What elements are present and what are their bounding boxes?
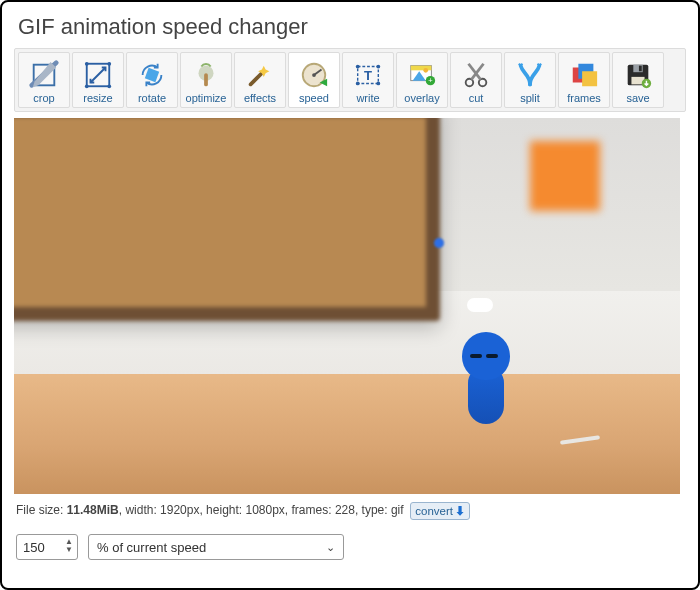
file-size-label: File size:	[16, 503, 67, 517]
tool-speed[interactable]: speed	[288, 52, 340, 108]
svg-point-15	[376, 65, 380, 69]
svg-point-5	[107, 84, 111, 88]
svg-rect-28	[582, 71, 597, 86]
svg-text:T: T	[364, 68, 372, 83]
effects-icon	[245, 60, 275, 90]
convert-button[interactable]: convert⬇	[410, 502, 470, 520]
cut-icon	[461, 60, 491, 90]
tool-rotate[interactable]: rotate	[126, 52, 178, 108]
frames-icon	[569, 60, 599, 90]
height-label: , height:	[199, 503, 245, 517]
svg-rect-6	[145, 68, 159, 82]
speed-unit-text: % of current speed	[97, 540, 206, 555]
frames-label: , frames:	[285, 503, 335, 517]
svg-text:+: +	[428, 76, 433, 85]
tool-label: speed	[299, 92, 329, 104]
tool-optimize[interactable]: optimize	[180, 52, 232, 108]
svg-rect-32	[639, 66, 642, 72]
svg-point-16	[356, 82, 360, 86]
tool-overlay[interactable]: + overlay	[396, 52, 448, 108]
tool-label: frames	[567, 92, 601, 104]
tool-crop[interactable]: crop	[18, 52, 70, 108]
optimize-icon	[191, 60, 221, 90]
crop-icon	[29, 60, 59, 90]
tool-label: save	[626, 92, 649, 104]
tool-label: optimize	[186, 92, 227, 104]
tool-label: cut	[469, 92, 484, 104]
tool-label: split	[520, 92, 540, 104]
svg-point-3	[107, 62, 111, 66]
download-icon: ⬇	[455, 505, 465, 517]
svg-rect-19	[411, 66, 432, 71]
svg-point-4	[85, 84, 89, 88]
convert-label: convert	[415, 505, 453, 517]
svg-rect-8	[204, 73, 208, 86]
tool-frames[interactable]: frames	[558, 52, 610, 108]
save-icon	[623, 60, 653, 90]
speed-icon	[299, 60, 329, 90]
preview-image	[14, 118, 680, 494]
tool-label: resize	[83, 92, 112, 104]
app-frame: GIF animation speed changer crop resize …	[0, 0, 700, 590]
width-label: , width:	[119, 503, 160, 517]
svg-point-14	[356, 65, 360, 69]
page-title: GIF animation speed changer	[18, 14, 686, 40]
height-value: 1080px	[245, 503, 284, 517]
speed-value-input[interactable]: 150 ▲▼	[16, 534, 78, 560]
file-size-value: 11.48MiB	[67, 503, 119, 517]
tool-label: overlay	[404, 92, 439, 104]
tool-cut[interactable]: cut	[450, 52, 502, 108]
width-value: 1920px	[160, 503, 199, 517]
rotate-icon	[137, 60, 167, 90]
tool-effects[interactable]: effects	[234, 52, 286, 108]
split-icon	[515, 60, 545, 90]
tool-label: write	[356, 92, 379, 104]
svg-point-21	[423, 68, 428, 73]
tool-label: crop	[33, 92, 54, 104]
tool-label: effects	[244, 92, 276, 104]
svg-point-2	[85, 62, 89, 66]
frames-value: 228	[335, 503, 355, 517]
tool-split[interactable]: split	[504, 52, 556, 108]
speed-controls: 150 ▲▼ % of current speed ⌄	[16, 534, 686, 560]
type-label: , type:	[355, 503, 391, 517]
tool-write[interactable]: T write	[342, 52, 394, 108]
stepper-arrows[interactable]: ▲▼	[65, 538, 73, 554]
tool-save[interactable]: save	[612, 52, 664, 108]
speed-unit-select[interactable]: % of current speed ⌄	[88, 534, 344, 560]
chevron-down-icon: ⌄	[326, 541, 335, 554]
file-info: File size: 11.48MiB, width: 1920px, heig…	[16, 502, 686, 520]
tool-resize[interactable]: resize	[72, 52, 124, 108]
write-icon: T	[353, 60, 383, 90]
toolbar: crop resize rotate optimize effects	[14, 48, 686, 112]
overlay-icon: +	[407, 60, 437, 90]
svg-point-17	[376, 82, 380, 86]
type-value: gif	[391, 503, 404, 517]
tool-label: rotate	[138, 92, 166, 104]
resize-icon	[83, 60, 113, 90]
speed-value: 150	[23, 540, 45, 555]
